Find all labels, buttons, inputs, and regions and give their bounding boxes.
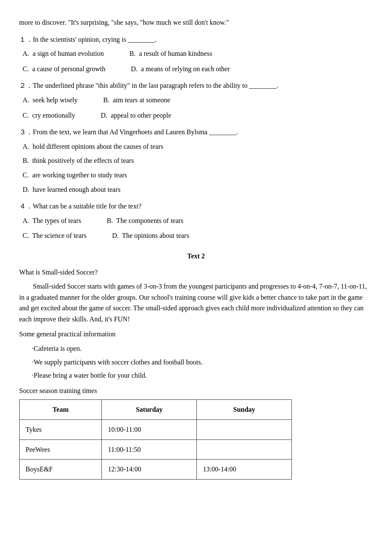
question-2: ２．The underlined phrase "this ability" i… [19,80,373,122]
bullet-list: ·Cafeteria is open. ·We supply participa… [19,343,373,381]
question-4: ４．What can be a suitable title for the t… [19,201,373,243]
q2-option-b: B. aim tears at someone [103,95,170,106]
text2-heading: What is Small-sided Soccer? [19,267,373,278]
q3-option-d: D. have learned enough about tears [23,184,373,195]
tykes-sunday [197,420,292,440]
question-3: ３．From the text, we learn that Ad Vinger… [19,127,373,197]
question-3-options: A. hold different opinions about the cau… [19,141,373,197]
schedule-heading: Soccer season training times [19,385,373,396]
intro-text: more to discover. "It's surprising, "she… [19,17,373,28]
q4-option-a: A. The types of tears [23,215,81,226]
q1-option-a: A. a sign of human evolution [23,48,104,59]
question-1-text: １．In the scientists' opinion, crying is … [19,34,373,45]
peewees-sunday [197,439,292,460]
q2-option-d: D. appeal to other people [101,110,171,121]
q4-option-c: C. The science of tears [23,230,86,241]
question-4-options-row2: C. The science of tears D. The opinions … [19,230,373,243]
q4-option-d: D. The opinions about tears [112,230,189,241]
q3-option-b: B. think positively of the effects of te… [23,155,373,166]
table-body: Tykes 10:00-11:00 PeeWees 11:00-11:50 Bo… [20,420,292,480]
q3-option-a: A. hold different opinions about the cau… [23,141,373,152]
schedule-table: Team Saturday Sunday Tykes 10:00-11:00 P… [19,399,292,479]
table-header-sunday: Sunday [197,400,292,420]
general-info-heading: Some general practical information [19,329,373,340]
question-1-options-row2: C. a cause of personal growth D. a means… [19,64,373,76]
question-2-options-row2: C. cry emotionally D. appeal to other pe… [19,110,373,123]
bullet-2: ·We supply participants with soccer clot… [32,357,373,368]
table-header-row: Team Saturday Sunday [20,400,292,420]
question-4-options-row1: A. The types of tears B. The components … [19,215,373,228]
boysef-saturday: 12:30-14:00 [102,460,197,480]
q1-option-d: D. a means of relying on each other [131,64,230,75]
q1-option-b: B. a result of human kindness [130,48,212,59]
peewees-saturday: 11:00-11:50 [102,439,197,460]
boysef-sunday: 13:00-14:00 [197,460,292,480]
table-header-team: Team [20,400,102,420]
question-3-text: ３．From the text, we learn that Ad Vinger… [19,127,373,138]
text2-paragraph: Small-sided Soccer starts with games of … [19,281,373,324]
question-4-text: ４．What can be a suitable title for the t… [19,201,373,212]
bullet-1: ·Cafeteria is open. [32,343,373,354]
q1-option-c: C. a cause of personal growth [23,64,105,75]
q3-option-c: C. are working together to study tears [23,170,373,181]
question-1: １．In the scientists' opinion, crying is … [19,34,373,76]
bullet-3: ·Please bring a water bottle for your ch… [32,370,373,381]
question-2-text: ２．The underlined phrase "this ability" i… [19,80,373,91]
team-peewees: PeeWees [20,439,102,460]
table-row: Tykes 10:00-11:00 [20,420,292,440]
text2-section-title: Text 2 [19,251,373,262]
question-1-options-row1: A. a sign of human evolution B. a result… [19,48,373,61]
table-row: BoysE&F 12:30-14:00 13:00-14:00 [20,460,292,480]
table-header-saturday: Saturday [102,400,197,420]
team-tykes: Tykes [20,420,102,440]
question-2-options-row1: A. seek help wisely B. aim tears at some… [19,95,373,107]
q2-option-c: C. cry emotionally [23,110,75,121]
q4-option-b: B. The components of tears [107,215,183,226]
table-row: PeeWees 11:00-11:50 [20,439,292,460]
team-boysef: BoysE&F [20,460,102,480]
tykes-saturday: 10:00-11:00 [102,420,197,440]
q2-option-a: A. seek help wisely [23,95,78,106]
